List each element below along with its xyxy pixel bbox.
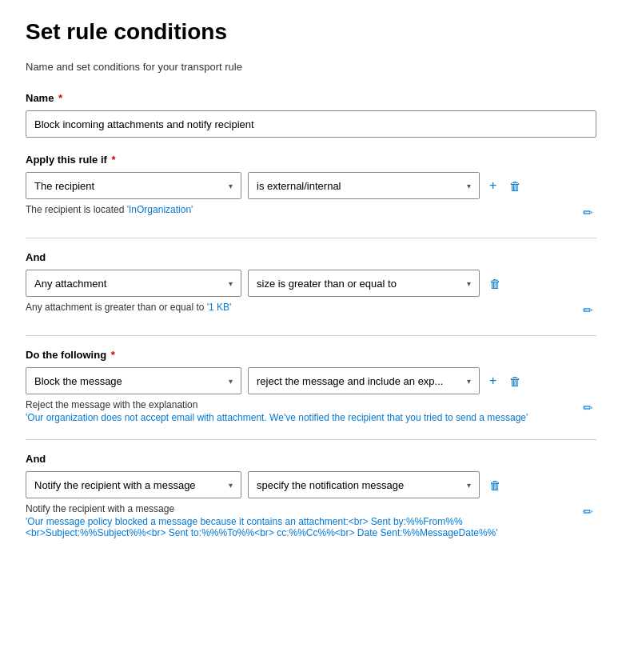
chevron-down-icon: ▾ (229, 182, 233, 190)
do-delete-button[interactable]: 🗑 (506, 373, 524, 390)
divider-3 (26, 439, 596, 440)
apply-condition2-select[interactable]: is external/internal ▾ (248, 172, 480, 199)
chevron-down-icon: ▾ (229, 377, 233, 386)
and1-delete-button[interactable]: 🗑 (486, 275, 504, 292)
apply-hint-link[interactable]: 'InOrganization' (127, 204, 193, 215)
and2-condition2-select[interactable]: specify the notification message ▾ (248, 471, 480, 498)
and-label-2: And (26, 453, 596, 465)
do-add-button[interactable]: + (486, 372, 500, 390)
and1-hint: Any attachment is greater than or equal … (26, 302, 231, 313)
do-reject-hint: Reject the message with the explanation … (26, 399, 528, 423)
chevron-down-icon: ▾ (467, 182, 471, 190)
chevron-down-icon: ▾ (467, 377, 471, 386)
name-section: Name * (26, 92, 596, 138)
apply-condition1-select[interactable]: The recipient ▾ (26, 172, 241, 199)
do-condition2-select[interactable]: reject the message and include an exp...… (248, 367, 480, 394)
apply-hint: The recipient is located 'InOrganization… (26, 204, 193, 215)
do-edit-icon[interactable]: ✏ (580, 399, 596, 417)
do-condition1-select[interactable]: Block the message ▾ (26, 367, 241, 394)
and-section-2: And Notify the recipient with a message … (26, 453, 596, 538)
and-section-1: And Any attachment ▾ size is greater tha… (26, 251, 596, 319)
divider-1 (26, 238, 596, 238)
and2-condition1-select[interactable]: Notify the recipient with a message ▾ (26, 471, 241, 498)
and2-edit-icon[interactable]: ✏ (580, 503, 596, 521)
and1-condition2-select[interactable]: size is greater than or equal to ▾ (248, 270, 480, 297)
apply-rule-row: The recipient ▾ is external/internal ▾ +… (26, 172, 596, 199)
apply-add-button[interactable]: + (486, 177, 500, 194)
and-row-2: Notify the recipient with a message ▾ sp… (26, 471, 596, 498)
chevron-down-icon: ▾ (467, 279, 471, 288)
and1-condition1-select[interactable]: Any attachment ▾ (26, 270, 241, 297)
and2-delete-button[interactable]: 🗑 (486, 477, 504, 494)
chevron-down-icon: ▾ (467, 481, 471, 490)
name-input[interactable] (26, 110, 596, 138)
and-row-1: Any attachment ▾ size is greater than or… (26, 270, 596, 297)
do-following-row: Block the message ▾ reject the message a… (26, 367, 596, 394)
chevron-down-icon: ▾ (229, 481, 233, 490)
apply-rule-section: Apply this rule if * The recipient ▾ is … (26, 154, 596, 222)
apply-delete-button[interactable]: 🗑 (506, 178, 524, 194)
name-label: Name * (26, 92, 596, 104)
and2-notify-hint: Notify the recipient with a message 'Our… (26, 503, 580, 538)
page-title: Set rule conditions (26, 19, 596, 45)
do-following-label: Do the following * (26, 349, 596, 361)
divider-2 (26, 335, 596, 336)
chevron-down-icon: ▾ (229, 279, 233, 288)
and1-edit-icon[interactable]: ✏ (580, 302, 596, 319)
apply-rule-label: Apply this rule if * (26, 154, 596, 166)
and-label-1: And (26, 251, 596, 263)
page-subtitle: Name and set conditions for your transpo… (26, 61, 596, 73)
and1-hint-link[interactable]: '1 KB' (207, 302, 232, 313)
apply-edit-icon[interactable]: ✏ (580, 204, 596, 222)
do-following-section: Do the following * Block the message ▾ r… (26, 349, 596, 423)
